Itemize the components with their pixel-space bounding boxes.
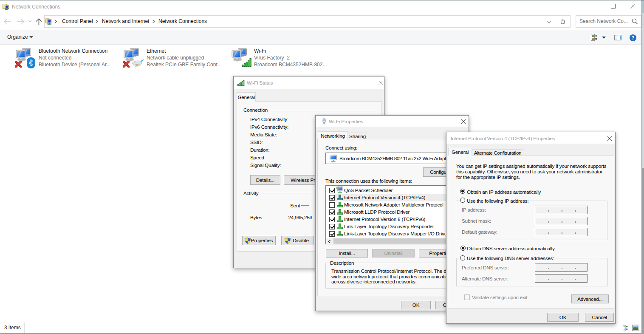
svg-text:?: ? [631,35,634,40]
